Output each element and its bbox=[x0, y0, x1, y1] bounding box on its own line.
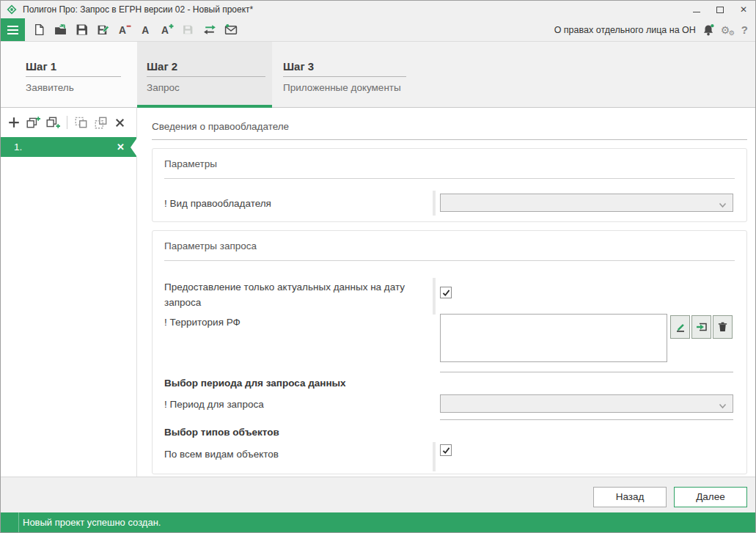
paste-dashed-icon bbox=[94, 116, 109, 129]
sidebar-toolbar bbox=[1, 108, 136, 137]
trash-icon bbox=[717, 321, 728, 333]
help-button[interactable]: ? bbox=[741, 23, 748, 36]
font-reset-button[interactable]: A bbox=[138, 21, 153, 39]
main-toolbar: A A A bbox=[1, 18, 755, 41]
territory-textarea[interactable] bbox=[440, 314, 667, 362]
tab-step1-subtitle: Заявитель bbox=[26, 82, 137, 93]
next-button[interactable]: Далее bbox=[674, 487, 747, 507]
svg-text:A: A bbox=[119, 25, 126, 36]
add-item-button[interactable] bbox=[7, 116, 21, 129]
period-select[interactable] bbox=[440, 394, 733, 413]
territory-delete-button[interactable] bbox=[713, 315, 733, 339]
all-object-types-checkbox[interactable] bbox=[440, 444, 452, 456]
checkmark-icon bbox=[441, 288, 451, 298]
font-icon: A bbox=[141, 23, 151, 36]
tab-step2-subtitle: Запрос bbox=[147, 82, 272, 93]
body-area: 1. ✕ Сведения о правообладателе Параметр… bbox=[1, 108, 755, 477]
territory-import-button[interactable] bbox=[691, 315, 711, 339]
app-logo-icon bbox=[6, 4, 18, 15]
close-button[interactable]: ✕ bbox=[732, 1, 755, 18]
save-edit-icon bbox=[97, 23, 109, 36]
chevron-down-icon bbox=[719, 400, 727, 411]
page-title-rule bbox=[152, 139, 747, 140]
app-window: Полигон Про: Запрос в ЕГРН версии 02 - Н… bbox=[0, 0, 756, 533]
font-decrease-icon: A bbox=[118, 23, 131, 36]
card-parameters-rule bbox=[164, 178, 735, 179]
field-separator bbox=[433, 442, 436, 471]
card-request-title: Параметры запроса bbox=[164, 240, 257, 251]
wizard-tabstrip: Шаг 1 Заявитель Шаг 2 Запрос Шаг 3 Прило… bbox=[1, 41, 755, 108]
actual-only-label: Предоставление только актуальных данных … bbox=[164, 279, 421, 310]
save-as-button[interactable] bbox=[95, 21, 111, 39]
bell-icon bbox=[702, 23, 715, 37]
plus-icon bbox=[7, 116, 21, 129]
tab-step1-title: Шаг 1 bbox=[26, 60, 121, 77]
field-separator bbox=[433, 278, 436, 315]
copy-item-button-disabled bbox=[74, 116, 89, 129]
hamburger-menu-button[interactable] bbox=[1, 18, 25, 41]
transfer-button[interactable] bbox=[202, 21, 217, 39]
save-button[interactable] bbox=[74, 21, 89, 39]
card-request-rule bbox=[164, 260, 735, 261]
duplicate-with-content-button[interactable] bbox=[45, 116, 60, 129]
field-separator bbox=[433, 191, 436, 216]
period-group-bottomline bbox=[440, 419, 733, 420]
card-parameters-title: Параметры bbox=[164, 158, 217, 169]
delete-item-button[interactable] bbox=[114, 117, 126, 129]
statusbar-message: Новый проект успешно создан. bbox=[19, 517, 161, 528]
duplicate-item-button[interactable] bbox=[26, 116, 40, 129]
send-request-button[interactable] bbox=[223, 21, 238, 39]
period-section-title: Выбор периода для запроса данных bbox=[164, 378, 346, 389]
wizard-footer: Назад Далее bbox=[1, 477, 755, 512]
selected-item-notch bbox=[131, 138, 137, 157]
copy-plus-icon bbox=[26, 116, 40, 129]
toolbar-right-group: О правах отдельного лица на ОН ⚙⚙ ? bbox=[554, 23, 755, 37]
card-request-parameters: Параметры запроса Предоставление только … bbox=[152, 230, 747, 474]
maximize-button[interactable] bbox=[708, 1, 732, 18]
import-arrow-icon bbox=[696, 321, 708, 333]
font-decrease-button[interactable]: A bbox=[117, 21, 132, 39]
sidebar-item-1-selected[interactable]: 1. ✕ bbox=[1, 137, 136, 157]
new-project-button[interactable] bbox=[32, 21, 47, 39]
types-section-title: Выбор типов объектов bbox=[164, 427, 279, 438]
tab-step3-documents[interactable]: Шаг 3 Приложенные документы bbox=[272, 42, 419, 107]
font-increase-button[interactable]: A bbox=[159, 21, 175, 39]
statusbar-grip bbox=[1, 512, 19, 532]
chevron-down-icon bbox=[719, 199, 727, 210]
tab-step2-request-active[interactable]: Шаг 2 Запрос bbox=[137, 42, 272, 107]
minimize-button[interactable] bbox=[685, 1, 708, 18]
tab-step1-applicant[interactable]: Шаг 1 Заявитель bbox=[1, 42, 137, 107]
minimize-icon bbox=[693, 12, 700, 12]
remove-item-icon[interactable]: ✕ bbox=[117, 137, 125, 157]
window-controls: ✕ bbox=[685, 1, 755, 18]
notifications-button[interactable] bbox=[702, 23, 715, 37]
svg-text:A: A bbox=[142, 24, 149, 36]
territory-edit-button[interactable] bbox=[670, 315, 690, 339]
window-title: Полигон Про: Запрос в ЕГРН версии 02 - Н… bbox=[23, 4, 253, 15]
checkmark-icon bbox=[441, 446, 451, 455]
sidebar-item-label: 1. bbox=[14, 141, 22, 152]
requests-sidebar: 1. ✕ bbox=[1, 108, 137, 477]
open-folder-icon bbox=[54, 23, 67, 36]
all-object-types-label: По всем видам объектов bbox=[164, 449, 279, 460]
save-icon bbox=[76, 23, 88, 36]
small-gear-icon: ⚙ bbox=[729, 30, 735, 37]
owner-type-label: ! Вид правообладателя bbox=[164, 198, 271, 209]
owner-type-select[interactable] bbox=[440, 194, 733, 212]
x-icon bbox=[114, 117, 126, 129]
settings-button[interactable]: ⚙⚙ bbox=[721, 25, 735, 35]
toolbar-separator bbox=[67, 116, 67, 129]
svg-text:A: A bbox=[161, 25, 169, 36]
page-title: Сведения о правообладателе bbox=[152, 121, 289, 132]
back-button[interactable]: Назад bbox=[593, 487, 667, 507]
actual-only-checkbox[interactable] bbox=[440, 287, 452, 298]
main-content: Сведения о правообладателе Параметры ! В… bbox=[137, 108, 755, 477]
paste-item-button-disabled bbox=[94, 116, 109, 129]
tab-step3-subtitle: Приложенные документы bbox=[283, 82, 419, 93]
pencil-icon bbox=[675, 321, 686, 333]
copy-plus-bottom-icon bbox=[45, 116, 60, 129]
save-disabled-icon bbox=[182, 23, 194, 36]
request-type-label: О правах отдельного лица на ОН bbox=[554, 25, 696, 35]
open-project-button[interactable] bbox=[53, 21, 68, 39]
card-parameters: Параметры ! Вид правообладателя bbox=[152, 148, 747, 222]
